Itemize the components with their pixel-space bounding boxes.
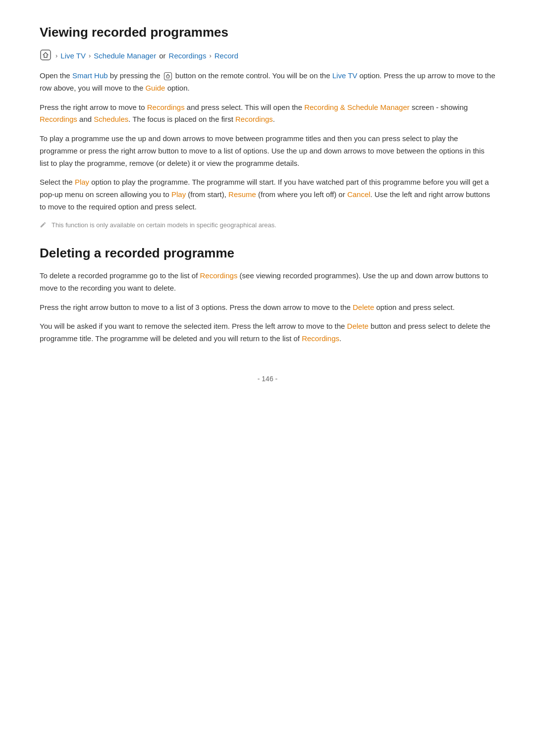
chevron-icon-3: › — [209, 52, 211, 59]
breadcrumb-or: or — [159, 51, 165, 60]
p1-text3: button on the remote control. You will b… — [175, 71, 332, 80]
s2p3-recordings-link[interactable]: Recordings — [302, 334, 339, 343]
smarthub-inline-icon — [162, 71, 175, 80]
note-row: This function is only available on certa… — [40, 220, 495, 230]
p1-smart-hub-link[interactable]: Smart Hub — [72, 71, 108, 80]
section2-paragraph1: To delete a recorded programme go to the… — [40, 270, 495, 295]
p1-text2: by pressing the — [108, 71, 162, 80]
breadcrumb-record[interactable]: Record — [214, 51, 238, 60]
p2-text6: . — [273, 115, 275, 123]
p1-guide-link[interactable]: Guide — [145, 84, 165, 92]
p2-text1: Press the right arrow to move to — [40, 103, 147, 111]
p4-resume-link[interactable]: Resume — [228, 190, 256, 199]
s2p1-recordings-link[interactable]: Recordings — [200, 271, 238, 280]
section1-paragraph3: To play a programme use the up and down … — [40, 133, 495, 169]
p2-text2: and press select. This will open the — [185, 103, 305, 111]
p4-play2-link[interactable]: Play — [171, 190, 186, 199]
section2-title: Deleting a recorded programme — [40, 246, 495, 261]
s2p1-text1: To delete a recorded programme go to the… — [40, 271, 200, 280]
p2-recordings3-link[interactable]: Recordings — [235, 115, 273, 123]
p4-text4: (from where you left off) or — [256, 190, 347, 199]
p2-recordings1-link[interactable]: Recordings — [147, 103, 185, 111]
p2-schedules-link[interactable]: Schedules — [94, 115, 128, 123]
breadcrumb-live-tv[interactable]: Live TV — [60, 51, 86, 60]
chevron-icon-2: › — [89, 52, 91, 59]
home-icon — [40, 49, 53, 62]
p1-text1: Open the — [40, 71, 72, 80]
s2p3-delete-link[interactable]: Delete — [347, 322, 369, 330]
page-number: - 146 - — [258, 375, 277, 383]
section2-paragraph2: Press the right arrow button to move to … — [40, 302, 495, 314]
breadcrumb: › Live TV › Schedule Manager or Recordin… — [40, 49, 495, 62]
chevron-icon-1: › — [55, 52, 57, 59]
breadcrumb-recordings[interactable]: Recordings — [169, 51, 207, 60]
breadcrumb-schedule-manager[interactable]: Schedule Manager — [94, 51, 156, 60]
svg-rect-0 — [41, 50, 51, 60]
svg-rect-1 — [164, 73, 171, 80]
note-text: This function is only available on certa… — [52, 220, 276, 230]
p2-text5: . The focus is placed on the first — [128, 115, 235, 123]
page-footer: - 146 - — [40, 375, 495, 383]
p4-play1-link[interactable]: Play — [75, 178, 89, 186]
p1-text5: option. — [165, 84, 189, 92]
p1-live-tv-link[interactable]: Live TV — [332, 71, 358, 80]
s2p2-text1: Press the right arrow button to move to … — [40, 303, 353, 311]
section1-paragraph1: Open the Smart Hub by pressing the butto… — [40, 70, 495, 95]
s2p2-text2: option and press select. — [374, 303, 455, 311]
s2p2-delete-link[interactable]: Delete — [353, 303, 374, 311]
section1-title: Viewing recorded programmes — [40, 25, 495, 40]
s2p3-text1: You will be asked if you want to remove … — [40, 322, 347, 330]
s2p3-text3: . — [339, 334, 341, 343]
p4-cancel-link[interactable]: Cancel — [347, 190, 371, 199]
section2-paragraph3: You will be asked if you want to remove … — [40, 320, 495, 345]
p2-recordings2-link[interactable]: Recordings — [40, 115, 77, 123]
p2-recording-schedule-manager-link[interactable]: Recording & Schedule Manager — [304, 103, 410, 111]
section1-paragraph2: Press the right arrow to move to Recordi… — [40, 101, 495, 126]
pencil-icon — [40, 221, 47, 230]
p2-text3: screen - showing — [410, 103, 468, 111]
p4-text3: (from start), — [186, 190, 228, 199]
p2-text4: and — [77, 115, 94, 123]
section1-paragraph4: Select the Play option to play the progr… — [40, 176, 495, 213]
p4-text1: Select the — [40, 178, 75, 186]
